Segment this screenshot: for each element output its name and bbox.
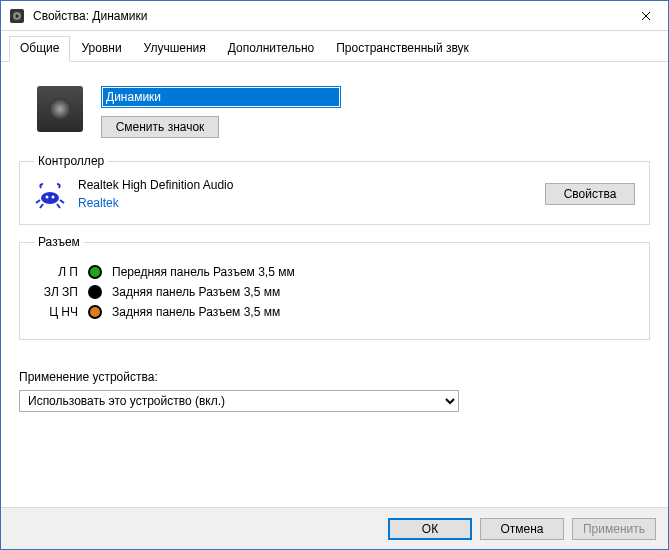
device-name-input[interactable] [101,86,341,108]
window-title: Свойства: Динамики [33,9,623,23]
dialog-footer: ОК Отмена Применить [1,507,668,549]
jack-desc: Передняя панель Разъем 3,5 мм [112,265,295,279]
jack-row: Л П Передняя панель Разъем 3,5 мм [34,265,635,279]
speaker-icon [37,86,83,132]
device-header: Сменить значок [37,86,650,138]
ok-button[interactable]: ОК [388,518,472,540]
usage-select[interactable]: Использовать это устройство (вкл.) [19,390,459,412]
cancel-button[interactable]: Отмена [480,518,564,540]
tab-advanced[interactable]: Дополнительно [217,36,325,62]
svg-point-3 [41,192,59,204]
controller-legend: Контроллер [34,154,108,168]
jack-color-dot [88,305,102,319]
jack-row: Ц НЧ Задняя панель Разъем 3,5 мм [34,305,635,319]
titlebar: Свойства: Динамики [1,1,668,31]
properties-window: Свойства: Динамики Общие Уровни Улучшени… [0,0,669,550]
jacks-group: Разъем Л П Передняя панель Разъем 3,5 мм… [19,235,650,340]
tab-enhancements[interactable]: Улучшения [133,36,217,62]
jack-row: ЗЛ ЗП Задняя панель Разъем 3,5 мм [34,285,635,299]
jack-label: Ц НЧ [34,305,78,319]
svg-point-4 [46,196,49,199]
jack-label: ЗЛ ЗП [34,285,78,299]
close-button[interactable] [623,1,668,31]
app-icon [9,8,25,24]
jacks-legend: Разъем [34,235,84,249]
usage-label: Применение устройства: [19,370,650,384]
jack-color-dot [88,265,102,279]
tab-strip: Общие Уровни Улучшения Дополнительно Про… [1,35,668,62]
change-icon-button[interactable]: Сменить значок [101,116,219,138]
realtek-crab-icon [34,178,66,210]
tab-spatial[interactable]: Пространственный звук [325,36,480,62]
jack-desc: Задняя панель Разъем 3,5 мм [112,305,280,319]
device-fields: Сменить значок [101,86,341,138]
controller-group: Контроллер Realtek High Definition Audio… [19,154,650,225]
tab-content: Сменить значок Контроллер Realtek High D… [1,62,668,507]
controller-name: Realtek High Definition Audio [78,178,545,192]
apply-button: Применить [572,518,656,540]
jack-desc: Задняя панель Разъем 3,5 мм [112,285,280,299]
tab-general[interactable]: Общие [9,36,70,62]
tab-levels[interactable]: Уровни [70,36,132,62]
jack-label: Л П [34,265,78,279]
controller-vendor-link[interactable]: Realtek [78,196,545,210]
jack-color-dot [88,285,102,299]
controller-properties-button[interactable]: Свойства [545,183,635,205]
svg-point-5 [52,196,55,199]
svg-point-2 [16,14,19,17]
